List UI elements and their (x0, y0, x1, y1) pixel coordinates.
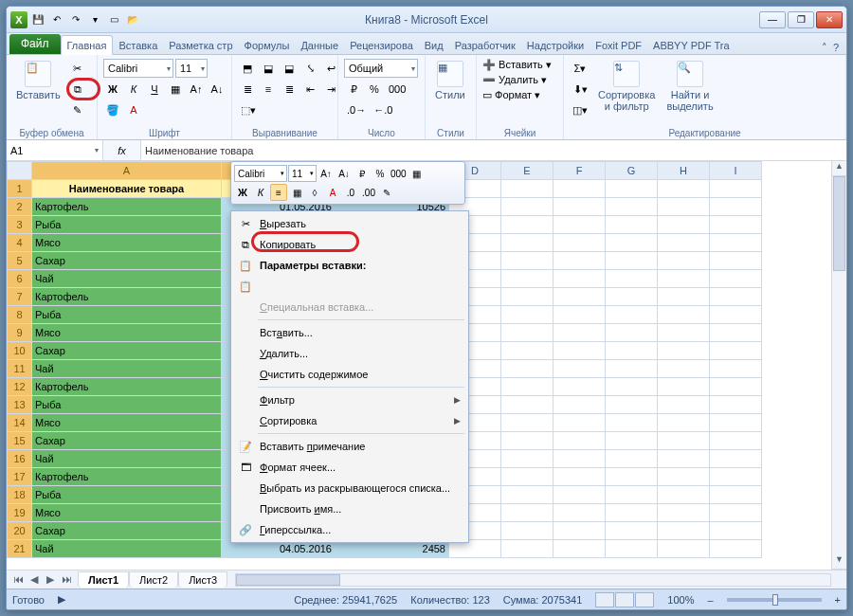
cell[interactable] (501, 216, 554, 234)
align-right-icon[interactable]: ≣ (280, 80, 299, 99)
cell[interactable] (501, 288, 554, 306)
col-header-E[interactable]: E (501, 162, 554, 180)
cell[interactable] (606, 432, 658, 450)
cell[interactable] (658, 378, 710, 396)
context-item-фильтр[interactable]: Фильтр▶ (233, 390, 466, 410)
cell[interactable] (554, 522, 606, 540)
row-header-15[interactable]: 15 (8, 432, 32, 450)
cell[interactable] (554, 540, 606, 558)
cell[interactable] (501, 234, 554, 252)
cell[interactable] (501, 342, 554, 360)
cell[interactable] (501, 450, 554, 468)
mini-comma-icon[interactable]: 000 (390, 165, 408, 182)
select-all-corner[interactable] (8, 162, 32, 180)
cell[interactable] (658, 342, 710, 360)
mini-size-combo[interactable]: 11 (288, 165, 317, 182)
cell[interactable] (606, 342, 658, 360)
cell[interactable] (658, 234, 710, 252)
row-header-16[interactable]: 16 (8, 450, 32, 468)
cell[interactable] (710, 396, 762, 414)
cell[interactable] (710, 504, 762, 522)
cell[interactable] (501, 360, 554, 378)
row-header-12[interactable]: 12 (8, 378, 32, 396)
indent-inc-icon[interactable]: ⇥ (321, 80, 340, 99)
mini-borders-icon[interactable]: ▦ (408, 165, 426, 182)
close-button[interactable]: ✕ (816, 11, 843, 28)
wrap-text-icon[interactable]: ↩ (321, 59, 340, 78)
scroll-down-icon[interactable]: ▼ (832, 554, 846, 570)
underline-button[interactable]: Ч (145, 80, 164, 99)
currency-icon[interactable]: ₽ (344, 80, 363, 99)
cell[interactable] (554, 504, 606, 522)
context-item-удалить[interactable]: Удалить... (233, 343, 466, 364)
cell[interactable] (554, 288, 606, 306)
cell[interactable] (554, 396, 606, 414)
cell-A17[interactable]: Картофель (32, 468, 222, 486)
mini-percent-icon[interactable]: % (372, 165, 389, 182)
col-header-A[interactable]: A (32, 162, 222, 180)
name-box[interactable]: A1 (7, 140, 103, 160)
cell[interactable] (658, 504, 710, 522)
row-header-6[interactable]: 6 (8, 270, 32, 288)
cell[interactable] (658, 522, 710, 540)
font-name-combo[interactable]: Calibri (103, 59, 173, 78)
qat-undo-icon[interactable]: ↶ (48, 11, 65, 28)
context-item-выбратьизраскрывающегосясписка[interactable]: Выбрать из раскрывающегося списка... (233, 478, 466, 498)
mini-currency-icon[interactable]: ₽ (354, 165, 371, 182)
cell-A12[interactable]: Картофель (32, 378, 222, 396)
italic-button[interactable]: К (124, 80, 143, 99)
tab-рецензирова[interactable]: Рецензирова (344, 36, 419, 54)
copy-icon[interactable]: ⧉ (68, 80, 87, 99)
sheet-nav[interactable]: ⏮ ◀ ▶ ⏭ (7, 573, 78, 586)
row-header-18[interactable]: 18 (8, 486, 32, 504)
cell[interactable] (606, 378, 658, 396)
align-center-icon[interactable]: ≡ (259, 80, 278, 99)
cell[interactable] (554, 378, 606, 396)
cell[interactable] (501, 504, 554, 522)
mini-fill-icon[interactable]: ◊ (306, 184, 323, 201)
cell[interactable] (710, 360, 762, 378)
font-color-button[interactable]: A (124, 100, 143, 119)
cell-A16[interactable]: Чай (32, 450, 222, 468)
ribbon-collapse-icon[interactable]: ˄ (822, 42, 827, 54)
qat-more-icon[interactable]: ▾ (86, 11, 103, 28)
mini-font-combo[interactable]: Calibri (234, 165, 287, 182)
cell[interactable] (554, 234, 606, 252)
tab-главная[interactable]: Главная (61, 35, 114, 55)
cell[interactable] (606, 306, 658, 324)
row-header-4[interactable]: 4 (8, 234, 32, 252)
sheet-tab-Лист2[interactable]: Лист2 (129, 571, 178, 588)
cell-A3[interactable]: Рыба (32, 216, 222, 234)
cell[interactable] (658, 198, 710, 216)
cell[interactable] (501, 252, 554, 270)
cell[interactable] (710, 288, 762, 306)
row-header-10[interactable]: 10 (8, 342, 32, 360)
cell[interactable] (710, 378, 762, 396)
row-header-1[interactable]: 1 (8, 180, 32, 198)
merge-button[interactable]: ⬚▾ (238, 100, 259, 119)
border-button[interactable]: ▦ (166, 80, 185, 99)
cell-A10[interactable]: Сахар (32, 342, 222, 360)
mini-center-icon[interactable]: ≡ (270, 184, 287, 201)
cell[interactable] (606, 198, 658, 216)
col-header-G[interactable]: G (606, 162, 658, 180)
cell[interactable] (658, 216, 710, 234)
tab-вставка[interactable]: Вставка (113, 36, 163, 54)
cell[interactable] (710, 180, 762, 198)
sheet-nav-last-icon[interactable]: ⏭ (59, 573, 74, 586)
zoom-in-icon[interactable]: + (835, 594, 841, 606)
cell[interactable] (658, 468, 710, 486)
row-header-3[interactable]: 3 (8, 216, 32, 234)
shrink-font-button[interactable]: A↓ (208, 80, 227, 99)
cell[interactable] (554, 180, 606, 198)
cell[interactable] (710, 252, 762, 270)
sheet-nav-next-icon[interactable]: ▶ (43, 573, 58, 586)
cell-A9[interactable]: Мясо (32, 324, 222, 342)
tab-abbyy pdf tra[interactable]: ABBYY PDF Tra (647, 36, 735, 54)
tab-надстройки[interactable]: Надстройки (521, 36, 590, 54)
cell-A11[interactable]: Чай (32, 360, 222, 378)
cell[interactable] (501, 468, 554, 486)
cell[interactable] (606, 540, 658, 558)
cell[interactable] (658, 180, 710, 198)
cell[interactable] (606, 486, 658, 504)
